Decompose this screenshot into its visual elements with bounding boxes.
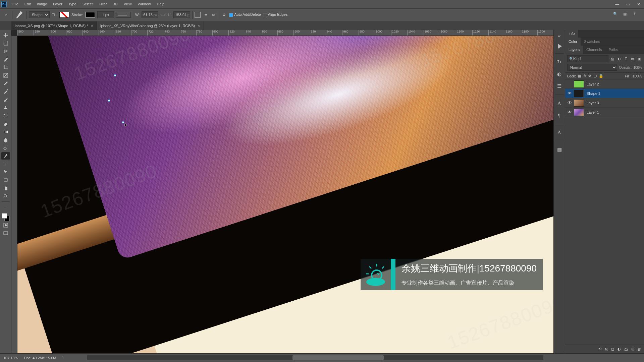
crop-tool[interactable] (1, 64, 10, 71)
document-tab-active[interactable]: iphone_XS.png @ 107% (Shape 1, RGB/8) * … (11, 21, 97, 30)
marquee-tool[interactable] (1, 40, 10, 47)
blend-mode-select[interactable]: Normal (567, 64, 617, 71)
tab-channels[interactable]: Channels (583, 46, 605, 54)
stroke-style-dropdown[interactable] (116, 12, 131, 18)
menu-type[interactable]: Type (65, 0, 79, 8)
layer-name[interactable]: Layer 1 (587, 110, 599, 114)
healing-brush-tool[interactable] (1, 88, 10, 95)
menu-file[interactable]: File (9, 0, 21, 8)
properties-panel-icon[interactable]: ☰ (556, 82, 563, 90)
pen-tool[interactable] (1, 152, 10, 160)
lock-artboard-icon[interactable]: ▢ (593, 74, 597, 78)
menu-help[interactable]: Help (154, 0, 168, 8)
path-anchor-point[interactable] (108, 100, 110, 102)
home-icon[interactable]: ⌂ (2, 11, 10, 19)
layer-row[interactable]: 👁 Layer 1 (565, 108, 644, 117)
new-layer-icon[interactable]: ⊞ (631, 347, 634, 351)
menu-window[interactable]: Window (135, 0, 154, 8)
eyedropper-tool[interactable] (1, 80, 10, 87)
path-options-gear-icon[interactable]: ⚙ (221, 12, 227, 18)
type-tool[interactable]: T (1, 160, 10, 168)
path-selection-tool[interactable] (1, 168, 10, 176)
align-edges-checkbox[interactable]: Align Edges (263, 12, 288, 17)
share-icon[interactable]: ⇪ (633, 12, 639, 18)
quick-mask-icon[interactable] (1, 222, 10, 229)
frame-tool[interactable] (1, 72, 10, 79)
stroke-width-input[interactable] (97, 11, 114, 18)
menu-3d[interactable]: 3D (110, 0, 121, 8)
filter-smart-icon[interactable]: ▣ (637, 56, 642, 61)
history-brush-tool[interactable] (1, 112, 10, 119)
document-tab-inactive[interactable]: iphone_XS_VRayWireColor.png @ 25% (Layer… (97, 21, 204, 30)
layer-thumbnail[interactable] (574, 90, 584, 97)
fill-swatch[interactable] (59, 12, 69, 18)
filter-shape-icon[interactable]: ▭ (630, 56, 635, 61)
lock-all-icon[interactable]: 🔒 (599, 74, 603, 78)
path-anchor-point[interactable] (114, 74, 116, 76)
layer-thumbnail[interactable] (574, 99, 584, 107)
gradient-tool[interactable] (1, 128, 10, 135)
filter-pixel-icon[interactable]: ▧ (610, 56, 615, 61)
history-panel-icon[interactable]: ↻ (556, 58, 563, 66)
height-input[interactable] (173, 11, 190, 18)
visibility-toggle-icon[interactable]: 👁 (565, 110, 574, 115)
close-icon[interactable]: ✕ (633, 0, 644, 8)
layer-row[interactable]: 👁 Shape 1 (565, 89, 644, 98)
layer-mask-icon[interactable]: ◻ (611, 347, 614, 351)
rectangle-tool[interactable] (1, 176, 10, 184)
lock-image-icon[interactable]: ✎ (583, 74, 586, 78)
group-icon[interactable]: 🗀 (624, 347, 628, 351)
tool-mode-select[interactable]: Shape (29, 11, 50, 18)
horizontal-ruler[interactable]: 5605806006206406606807007207407607808008… (17, 30, 553, 36)
zoom-level[interactable]: 107.18% (3, 356, 18, 360)
tab-color[interactable]: Color (565, 38, 581, 46)
play-icon[interactable] (558, 44, 562, 49)
document-canvas[interactable]: 15267880090 15267880090 15267880090 1526… (17, 36, 553, 353)
tab-swatches[interactable]: Swatches (581, 38, 603, 46)
layer-name[interactable]: Layer 3 (587, 101, 599, 105)
dodge-tool[interactable] (1, 144, 10, 152)
link-wh-icon[interactable]: ⟷ (160, 13, 166, 17)
search-icon[interactable]: 🔍 (613, 12, 619, 18)
glyphs-panel-icon[interactable]: Á (556, 129, 563, 136)
minimize-icon[interactable]: — (612, 0, 623, 8)
screen-mode-icon[interactable] (1, 230, 10, 237)
tab-paths[interactable]: Paths (605, 46, 622, 54)
paragraph-panel-icon[interactable]: ¶ (556, 112, 563, 119)
close-tab-icon[interactable]: × (198, 23, 200, 28)
menu-select[interactable]: Select (79, 0, 96, 8)
visibility-toggle-icon[interactable]: 👁 (565, 100, 574, 105)
layer-filter-kind[interactable]: 🔍 Kind (567, 55, 608, 62)
clone-stamp-tool[interactable] (1, 104, 10, 111)
edit-toolbar-icon[interactable]: ⋯ (1, 203, 10, 211)
layer-thumbnail[interactable] (574, 109, 584, 116)
menu-image[interactable]: Image (34, 0, 50, 8)
magic-wand-tool[interactable] (1, 56, 10, 63)
menu-filter[interactable]: Filter (96, 0, 110, 8)
lock-transparent-icon[interactable]: ▦ (578, 74, 581, 78)
stroke-swatch[interactable] (85, 12, 95, 18)
tab-info[interactable]: Info (565, 29, 578, 38)
move-tool[interactable] (1, 32, 10, 39)
hand-tool[interactable] (1, 184, 10, 192)
layer-thumbnail[interactable] (574, 80, 584, 88)
document-info[interactable]: Doc: 40.2M/115.6M (24, 356, 56, 360)
pen-tool-preset-icon[interactable] (14, 11, 24, 18)
menu-layer[interactable]: Layer (50, 0, 65, 8)
horizontal-scrollbar[interactable] (87, 355, 543, 360)
tab-layers[interactable]: Layers (565, 46, 583, 54)
eraser-tool[interactable] (1, 120, 10, 127)
vertical-ruler[interactable] (11, 36, 17, 353)
maximize-icon[interactable]: ▭ (623, 0, 633, 8)
path-alignment-icon[interactable]: ≣ (203, 12, 209, 18)
zoom-tool[interactable] (1, 192, 10, 200)
menu-view[interactable]: View (121, 0, 135, 8)
lock-position-icon[interactable]: ✥ (588, 74, 591, 78)
close-tab-icon[interactable]: × (91, 23, 93, 28)
layer-name[interactable]: Layer 2 (587, 82, 599, 86)
lasso-tool[interactable] (1, 48, 10, 55)
statusbar-chevron-icon[interactable]: 〉 (62, 355, 66, 360)
character-panel-icon[interactable]: A (556, 100, 563, 107)
delete-layer-icon[interactable]: 🗑 (638, 347, 641, 351)
link-layers-icon[interactable]: ⟲ (598, 347, 601, 351)
